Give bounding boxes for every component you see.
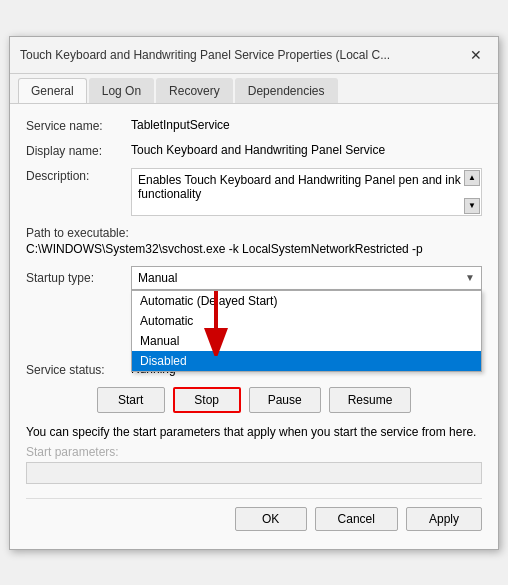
- path-row: Path to executable: C:\WINDOWS\System32\…: [26, 226, 482, 256]
- description-scrollbar[interactable]: ▲ ▼: [464, 170, 480, 214]
- path-label: Path to executable:: [26, 226, 482, 240]
- resume-button[interactable]: Resume: [329, 387, 412, 413]
- display-name-value: Touch Keyboard and Handwriting Panel Ser…: [131, 143, 482, 157]
- chevron-down-icon: ▼: [465, 272, 475, 283]
- start-params-description: You can specify the start parameters tha…: [26, 425, 482, 439]
- start-params-input[interactable]: [26, 462, 482, 484]
- ok-button[interactable]: OK: [235, 507, 307, 531]
- window: Touch Keyboard and Handwriting Panel Ser…: [9, 36, 499, 550]
- tab-general[interactable]: General: [18, 78, 87, 103]
- close-button[interactable]: ✕: [464, 43, 488, 67]
- apply-button[interactable]: Apply: [406, 507, 482, 531]
- description-row: Description: Enables Touch Keyboard and …: [26, 168, 482, 216]
- description-value: Enables Touch Keyboard and Handwriting P…: [138, 173, 461, 201]
- display-name-row: Display name: Touch Keyboard and Handwri…: [26, 143, 482, 158]
- startup-dropdown-list: Automatic (Delayed Start) Automatic Manu…: [131, 290, 482, 372]
- scroll-down-button[interactable]: ▼: [464, 198, 480, 214]
- startup-wrapper: Startup type: Manual ▼ Automatic (Delaye…: [26, 266, 482, 377]
- bottom-buttons: OK Cancel Apply: [26, 498, 482, 535]
- tab-logon[interactable]: Log On: [89, 78, 154, 103]
- path-value: C:\WINDOWS\System32\svchost.exe -k Local…: [26, 242, 482, 256]
- content-area: Service name: TabletInputService Display…: [10, 104, 498, 549]
- startup-row: Startup type: Manual ▼: [26, 266, 482, 290]
- pause-button[interactable]: Pause: [249, 387, 321, 413]
- action-buttons: Start Stop Pause Resume: [26, 387, 482, 413]
- title-bar: Touch Keyboard and Handwriting Panel Ser…: [10, 37, 498, 74]
- start-params-label: Start parameters:: [26, 445, 482, 459]
- dropdown-item-auto[interactable]: Automatic: [132, 311, 481, 331]
- start-params-section: You can specify the start parameters tha…: [26, 425, 482, 484]
- startup-value: Manual: [138, 271, 177, 285]
- service-name-value: TabletInputService: [131, 118, 482, 132]
- tab-dependencies[interactable]: Dependencies: [235, 78, 338, 103]
- service-name-label: Service name:: [26, 118, 131, 133]
- scroll-up-button[interactable]: ▲: [464, 170, 480, 186]
- stop-button[interactable]: Stop: [173, 387, 241, 413]
- start-button[interactable]: Start: [97, 387, 165, 413]
- display-name-label: Display name:: [26, 143, 131, 158]
- cancel-button[interactable]: Cancel: [315, 507, 398, 531]
- description-box: Enables Touch Keyboard and Handwriting P…: [131, 168, 482, 216]
- service-name-row: Service name: TabletInputService: [26, 118, 482, 133]
- dropdown-item-auto-delayed[interactable]: Automatic (Delayed Start): [132, 291, 481, 311]
- dropdown-item-manual[interactable]: Manual: [132, 331, 481, 351]
- description-label: Description:: [26, 168, 131, 183]
- startup-select[interactable]: Manual ▼: [131, 266, 482, 290]
- dropdown-item-disabled[interactable]: Disabled: [132, 351, 481, 371]
- startup-label: Startup type:: [26, 271, 131, 285]
- tab-recovery[interactable]: Recovery: [156, 78, 233, 103]
- service-status-label: Service status:: [26, 362, 131, 377]
- window-title: Touch Keyboard and Handwriting Panel Ser…: [20, 48, 464, 62]
- tabs: General Log On Recovery Dependencies: [10, 74, 498, 104]
